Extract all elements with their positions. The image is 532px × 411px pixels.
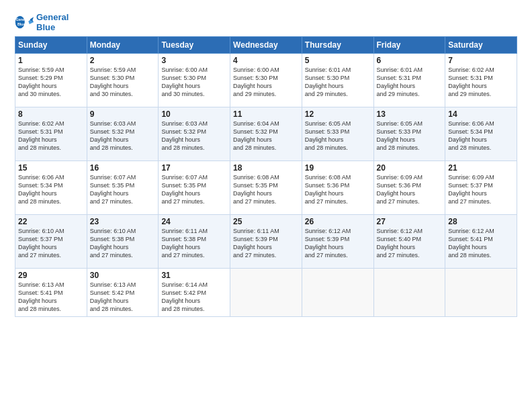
day-info: Sunrise: 6:01 AM Sunset: 5:31 PM Dayligh… bbox=[377, 66, 443, 99]
calendar-cell bbox=[445, 269, 517, 317]
day-number: 7 bbox=[448, 56, 514, 65]
calendar-cell: 21 Sunrise: 6:09 AM Sunset: 5:37 PM Dayl… bbox=[445, 161, 517, 215]
calendar-cell: 26 Sunrise: 6:12 AM Sunset: 5:39 PM Dayl… bbox=[302, 215, 373, 269]
week-row-1: 1 Sunrise: 5:59 AM Sunset: 5:29 PM Dayli… bbox=[15, 54, 517, 107]
day-info: Sunrise: 6:13 AM Sunset: 5:41 PM Dayligh… bbox=[18, 281, 84, 314]
day-info: Sunrise: 6:09 AM Sunset: 5:37 PM Dayligh… bbox=[448, 173, 514, 206]
day-info: Sunrise: 6:10 AM Sunset: 5:38 PM Dayligh… bbox=[90, 227, 156, 260]
calendar-cell: 28 Sunrise: 6:12 AM Sunset: 5:41 PM Dayl… bbox=[445, 215, 517, 269]
calendar-cell: 31 Sunrise: 6:14 AM Sunset: 5:42 PM Dayl… bbox=[159, 269, 230, 317]
col-header-tuesday: Tuesday bbox=[159, 37, 230, 54]
day-number: 23 bbox=[90, 217, 156, 226]
calendar-cell: 4 Sunrise: 6:00 AM Sunset: 5:30 PM Dayli… bbox=[230, 54, 302, 107]
day-number: 6 bbox=[377, 56, 443, 65]
calendar-cell: 9 Sunrise: 6:03 AM Sunset: 5:32 PM Dayli… bbox=[87, 107, 159, 161]
calendar-cell: 8 Sunrise: 6:02 AM Sunset: 5:31 PM Dayli… bbox=[15, 107, 87, 161]
col-header-friday: Friday bbox=[373, 37, 445, 54]
day-info: Sunrise: 6:04 AM Sunset: 5:32 PM Dayligh… bbox=[233, 120, 299, 152]
calendar-cell: 3 Sunrise: 6:00 AM Sunset: 5:30 PM Dayli… bbox=[159, 54, 230, 107]
calendar-cell bbox=[373, 269, 445, 317]
day-number: 3 bbox=[161, 56, 227, 65]
col-header-saturday: Saturday bbox=[445, 37, 517, 54]
week-row-4: 22 Sunrise: 6:10 AM Sunset: 5:37 PM Dayl… bbox=[15, 215, 517, 269]
col-header-sunday: Sunday bbox=[15, 37, 87, 54]
calendar-page: General Blue General Blue SundayMondayTu… bbox=[0, 0, 532, 411]
week-row-2: 8 Sunrise: 6:02 AM Sunset: 5:31 PM Dayli… bbox=[15, 107, 517, 161]
day-info: Sunrise: 6:13 AM Sunset: 5:42 PM Dayligh… bbox=[90, 281, 156, 314]
day-number: 30 bbox=[90, 271, 156, 280]
calendar-cell: 14 Sunrise: 6:06 AM Sunset: 5:34 PM Dayl… bbox=[445, 107, 517, 161]
calendar-cell: 10 Sunrise: 6:03 AM Sunset: 5:32 PM Dayl… bbox=[159, 107, 230, 161]
day-info: Sunrise: 6:07 AM Sunset: 5:35 PM Dayligh… bbox=[90, 173, 156, 206]
day-info: Sunrise: 5:59 AM Sunset: 5:30 PM Dayligh… bbox=[90, 66, 156, 99]
day-number: 18 bbox=[233, 163, 299, 173]
day-info: Sunrise: 6:00 AM Sunset: 5:30 PM Dayligh… bbox=[161, 66, 227, 99]
calendar-cell: 22 Sunrise: 6:10 AM Sunset: 5:37 PM Dayl… bbox=[15, 215, 87, 269]
logo-text: General Blue bbox=[36, 12, 69, 32]
day-number: 31 bbox=[161, 271, 227, 280]
col-header-wednesday: Wednesday bbox=[230, 37, 302, 54]
day-info: Sunrise: 6:05 AM Sunset: 5:33 PM Dayligh… bbox=[305, 120, 371, 152]
svg-text:General: General bbox=[16, 17, 30, 21]
calendar-cell: 15 Sunrise: 6:06 AM Sunset: 5:34 PM Dayl… bbox=[15, 161, 87, 215]
day-number: 15 bbox=[18, 163, 84, 173]
week-row-5: 29 Sunrise: 6:13 AM Sunset: 5:41 PM Dayl… bbox=[15, 269, 517, 317]
day-info: Sunrise: 6:05 AM Sunset: 5:33 PM Dayligh… bbox=[377, 120, 443, 152]
calendar-cell: 20 Sunrise: 6:09 AM Sunset: 5:36 PM Dayl… bbox=[373, 161, 445, 215]
day-info: Sunrise: 5:59 AM Sunset: 5:29 PM Dayligh… bbox=[18, 66, 84, 99]
day-number: 21 bbox=[448, 163, 514, 173]
day-number: 1 bbox=[18, 56, 84, 65]
logo-bird-icon: General Blue bbox=[15, 15, 34, 30]
header-row: SundayMondayTuesdayWednesdayThursdayFrid… bbox=[15, 37, 517, 54]
calendar-cell: 23 Sunrise: 6:10 AM Sunset: 5:38 PM Dayl… bbox=[87, 215, 159, 269]
day-number: 17 bbox=[161, 163, 227, 173]
calendar-cell: 2 Sunrise: 5:59 AM Sunset: 5:30 PM Dayli… bbox=[87, 54, 159, 107]
day-number: 27 bbox=[377, 217, 443, 226]
calendar-cell: 5 Sunrise: 6:01 AM Sunset: 5:30 PM Dayli… bbox=[302, 54, 373, 107]
calendar-cell: 29 Sunrise: 6:13 AM Sunset: 5:41 PM Dayl… bbox=[15, 269, 87, 317]
day-number: 11 bbox=[233, 109, 299, 119]
day-info: Sunrise: 6:07 AM Sunset: 5:35 PM Dayligh… bbox=[161, 173, 227, 206]
day-info: Sunrise: 6:14 AM Sunset: 5:42 PM Dayligh… bbox=[161, 281, 227, 314]
day-number: 26 bbox=[305, 217, 371, 226]
calendar-cell bbox=[302, 269, 373, 317]
col-header-monday: Monday bbox=[87, 37, 159, 54]
day-info: Sunrise: 6:01 AM Sunset: 5:30 PM Dayligh… bbox=[305, 66, 371, 99]
day-info: Sunrise: 6:00 AM Sunset: 5:30 PM Dayligh… bbox=[233, 66, 299, 99]
calendar-cell: 1 Sunrise: 5:59 AM Sunset: 5:29 PM Dayli… bbox=[15, 54, 87, 107]
day-number: 19 bbox=[305, 163, 371, 173]
day-info: Sunrise: 6:06 AM Sunset: 5:34 PM Dayligh… bbox=[448, 120, 514, 152]
day-number: 10 bbox=[161, 109, 227, 119]
day-number: 12 bbox=[305, 109, 371, 119]
day-number: 5 bbox=[305, 56, 371, 65]
calendar-cell: 30 Sunrise: 6:13 AM Sunset: 5:42 PM Dayl… bbox=[87, 269, 159, 317]
calendar-cell: 18 Sunrise: 6:08 AM Sunset: 5:35 PM Dayl… bbox=[230, 161, 302, 215]
day-info: Sunrise: 6:12 AM Sunset: 5:40 PM Dayligh… bbox=[377, 227, 443, 260]
day-number: 14 bbox=[448, 109, 514, 119]
col-header-thursday: Thursday bbox=[302, 37, 373, 54]
calendar-cell: 17 Sunrise: 6:07 AM Sunset: 5:35 PM Dayl… bbox=[159, 161, 230, 215]
svg-text:Blue: Blue bbox=[17, 22, 26, 26]
day-info: Sunrise: 6:03 AM Sunset: 5:32 PM Dayligh… bbox=[90, 120, 156, 152]
day-number: 2 bbox=[90, 56, 156, 65]
calendar-cell: 7 Sunrise: 6:02 AM Sunset: 5:31 PM Dayli… bbox=[445, 54, 517, 107]
calendar-cell: 6 Sunrise: 6:01 AM Sunset: 5:31 PM Dayli… bbox=[373, 54, 445, 107]
day-info: Sunrise: 6:11 AM Sunset: 5:39 PM Dayligh… bbox=[233, 227, 299, 260]
calendar-cell: 27 Sunrise: 6:12 AM Sunset: 5:40 PM Dayl… bbox=[373, 215, 445, 269]
calendar-cell: 25 Sunrise: 6:11 AM Sunset: 5:39 PM Dayl… bbox=[230, 215, 302, 269]
day-info: Sunrise: 6:11 AM Sunset: 5:38 PM Dayligh… bbox=[161, 227, 227, 260]
calendar-cell: 12 Sunrise: 6:05 AM Sunset: 5:33 PM Dayl… bbox=[302, 107, 373, 161]
day-number: 20 bbox=[377, 163, 443, 173]
day-info: Sunrise: 6:02 AM Sunset: 5:31 PM Dayligh… bbox=[448, 66, 514, 99]
calendar-cell bbox=[230, 269, 302, 317]
day-info: Sunrise: 6:08 AM Sunset: 5:36 PM Dayligh… bbox=[305, 173, 371, 206]
header: General Blue General Blue bbox=[15, 12, 517, 32]
day-info: Sunrise: 6:08 AM Sunset: 5:35 PM Dayligh… bbox=[233, 173, 299, 206]
day-number: 13 bbox=[377, 109, 443, 119]
day-info: Sunrise: 6:03 AM Sunset: 5:32 PM Dayligh… bbox=[161, 120, 227, 152]
week-row-3: 15 Sunrise: 6:06 AM Sunset: 5:34 PM Dayl… bbox=[15, 161, 517, 215]
calendar-cell: 13 Sunrise: 6:05 AM Sunset: 5:33 PM Dayl… bbox=[373, 107, 445, 161]
calendar-cell: 16 Sunrise: 6:07 AM Sunset: 5:35 PM Dayl… bbox=[87, 161, 159, 215]
calendar-cell: 24 Sunrise: 6:11 AM Sunset: 5:38 PM Dayl… bbox=[159, 215, 230, 269]
day-number: 22 bbox=[18, 217, 84, 226]
